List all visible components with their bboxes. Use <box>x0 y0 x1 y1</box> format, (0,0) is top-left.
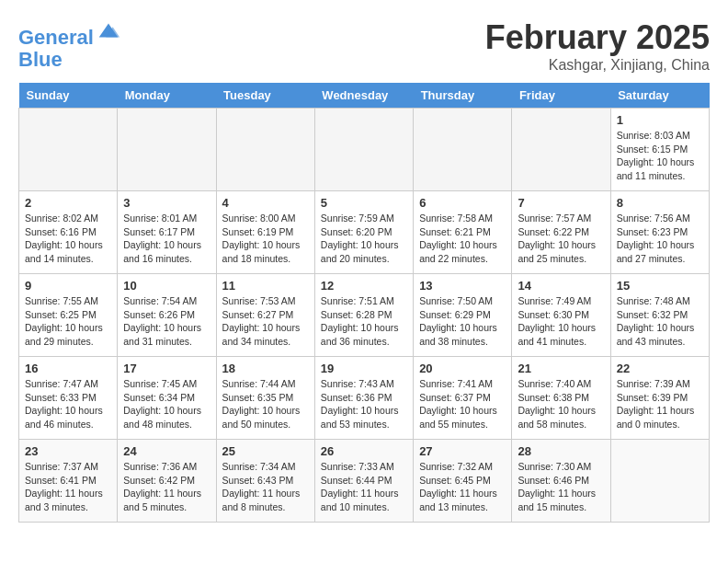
day-info: Sunrise: 7:45 AM Sunset: 6:34 PM Dayligh… <box>123 377 210 431</box>
day-number: 19 <box>321 362 407 375</box>
day-info: Sunrise: 7:58 AM Sunset: 6:21 PM Dayligh… <box>419 212 506 266</box>
day-number: 28 <box>518 444 604 458</box>
day-info: Sunrise: 7:56 AM Sunset: 6:23 PM Dayligh… <box>617 212 703 266</box>
day-cell: 6Sunrise: 7:58 AM Sunset: 6:21 PM Daylig… <box>414 191 512 274</box>
day-number: 12 <box>321 279 407 293</box>
day-cell: 27Sunrise: 7:32 AM Sunset: 6:45 PM Dayli… <box>414 440 512 523</box>
day-cell: 4Sunrise: 8:00 AM Sunset: 6:19 PM Daylig… <box>216 191 314 274</box>
day-number: 7 <box>518 196 604 210</box>
week-row-4: 23Sunrise: 7:37 AM Sunset: 6:41 PM Dayli… <box>19 440 710 523</box>
day-info: Sunrise: 7:55 AM Sunset: 6:25 PM Dayligh… <box>25 294 111 349</box>
day-cell <box>610 440 709 523</box>
day-number: 4 <box>222 196 309 210</box>
day-cell: 13Sunrise: 7:50 AM Sunset: 6:29 PM Dayli… <box>414 274 512 357</box>
weekday-header-friday: Friday <box>512 83 610 109</box>
day-cell: 7Sunrise: 7:57 AM Sunset: 6:22 PM Daylig… <box>512 191 610 274</box>
day-info: Sunrise: 7:41 AM Sunset: 6:37 PM Dayligh… <box>419 377 506 431</box>
day-number: 21 <box>518 362 604 375</box>
day-cell: 20Sunrise: 7:41 AM Sunset: 6:37 PM Dayli… <box>414 357 512 440</box>
day-info: Sunrise: 7:37 AM Sunset: 6:41 PM Dayligh… <box>25 460 111 514</box>
day-number: 10 <box>123 279 210 293</box>
day-info: Sunrise: 7:43 AM Sunset: 6:36 PM Dayligh… <box>321 377 407 431</box>
day-cell <box>512 109 610 191</box>
day-info: Sunrise: 7:53 AM Sunset: 6:27 PM Dayligh… <box>222 294 309 349</box>
day-number: 1 <box>617 113 703 127</box>
weekday-header-monday: Monday <box>118 83 216 109</box>
day-cell: 9Sunrise: 7:55 AM Sunset: 6:25 PM Daylig… <box>19 274 118 357</box>
day-info: Sunrise: 8:02 AM Sunset: 6:16 PM Dayligh… <box>25 212 111 266</box>
weekday-header-thursday: Thursday <box>414 83 512 109</box>
weekday-header-sunday: Sunday <box>19 83 118 109</box>
day-number: 24 <box>123 444 210 458</box>
day-info: Sunrise: 8:01 AM Sunset: 6:17 PM Dayligh… <box>123 212 210 266</box>
day-info: Sunrise: 7:30 AM Sunset: 6:46 PM Dayligh… <box>518 460 604 514</box>
day-cell: 25Sunrise: 7:34 AM Sunset: 6:43 PM Dayli… <box>216 440 314 523</box>
title-block: February 2025 Kashgar, Xinjiang, China <box>485 18 710 74</box>
day-cell: 1Sunrise: 8:03 AM Sunset: 6:15 PM Daylig… <box>610 109 709 191</box>
weekday-header-wednesday: Wednesday <box>314 83 413 109</box>
day-info: Sunrise: 7:59 AM Sunset: 6:20 PM Dayligh… <box>321 212 407 266</box>
location: Kashgar, Xinjiang, China <box>485 57 710 74</box>
logo-line2: Blue <box>18 49 121 71</box>
day-number: 9 <box>25 279 111 293</box>
day-number: 18 <box>222 362 309 375</box>
day-cell: 15Sunrise: 7:48 AM Sunset: 6:32 PM Dayli… <box>610 274 709 357</box>
week-row-2: 9Sunrise: 7:55 AM Sunset: 6:25 PM Daylig… <box>19 274 710 357</box>
week-row-3: 16Sunrise: 7:47 AM Sunset: 6:33 PM Dayli… <box>19 357 710 440</box>
day-cell: 26Sunrise: 7:33 AM Sunset: 6:44 PM Dayli… <box>314 440 413 523</box>
day-info: Sunrise: 8:00 AM Sunset: 6:19 PM Dayligh… <box>222 212 309 266</box>
day-cell: 21Sunrise: 7:40 AM Sunset: 6:38 PM Dayli… <box>512 357 610 440</box>
logo-icon <box>96 18 121 44</box>
weekday-header-row: SundayMondayTuesdayWednesdayThursdayFrid… <box>19 83 710 109</box>
day-number: 20 <box>419 362 506 375</box>
day-cell: 14Sunrise: 7:49 AM Sunset: 6:30 PM Dayli… <box>512 274 610 357</box>
day-info: Sunrise: 8:03 AM Sunset: 6:15 PM Dayligh… <box>617 129 703 183</box>
day-number: 26 <box>321 444 407 458</box>
day-cell: 2Sunrise: 8:02 AM Sunset: 6:16 PM Daylig… <box>19 191 118 274</box>
day-cell: 5Sunrise: 7:59 AM Sunset: 6:20 PM Daylig… <box>314 191 413 274</box>
day-cell: 24Sunrise: 7:36 AM Sunset: 6:42 PM Dayli… <box>118 440 216 523</box>
calendar-table: SundayMondayTuesdayWednesdayThursdayFrid… <box>18 83 710 523</box>
week-row-0: 1Sunrise: 8:03 AM Sunset: 6:15 PM Daylig… <box>19 109 710 191</box>
day-info: Sunrise: 7:50 AM Sunset: 6:29 PM Dayligh… <box>419 294 506 349</box>
day-number: 5 <box>321 196 407 210</box>
day-cell <box>118 109 216 191</box>
day-cell: 22Sunrise: 7:39 AM Sunset: 6:39 PM Dayli… <box>610 357 709 440</box>
day-number: 22 <box>617 362 703 375</box>
logo-line1: General <box>18 26 94 49</box>
day-info: Sunrise: 7:36 AM Sunset: 6:42 PM Dayligh… <box>123 460 210 514</box>
day-number: 3 <box>123 196 210 210</box>
weekday-header-saturday: Saturday <box>610 83 709 109</box>
day-info: Sunrise: 7:33 AM Sunset: 6:44 PM Dayligh… <box>321 460 407 514</box>
weekday-header-tuesday: Tuesday <box>216 83 314 109</box>
month-title: February 2025 <box>485 18 710 57</box>
day-info: Sunrise: 7:39 AM Sunset: 6:39 PM Dayligh… <box>617 377 703 431</box>
day-cell <box>314 109 413 191</box>
week-row-1: 2Sunrise: 8:02 AM Sunset: 6:16 PM Daylig… <box>19 191 710 274</box>
day-info: Sunrise: 7:57 AM Sunset: 6:22 PM Dayligh… <box>518 212 604 266</box>
day-cell: 17Sunrise: 7:45 AM Sunset: 6:34 PM Dayli… <box>118 357 216 440</box>
day-number: 6 <box>419 196 506 210</box>
day-number: 15 <box>617 279 703 293</box>
day-number: 2 <box>25 196 111 210</box>
day-number: 17 <box>123 362 210 375</box>
day-info: Sunrise: 7:51 AM Sunset: 6:28 PM Dayligh… <box>321 294 407 349</box>
day-cell <box>19 109 118 191</box>
day-info: Sunrise: 7:32 AM Sunset: 6:45 PM Dayligh… <box>419 460 506 514</box>
day-number: 16 <box>25 362 111 375</box>
day-cell: 10Sunrise: 7:54 AM Sunset: 6:26 PM Dayli… <box>118 274 216 357</box>
day-number: 23 <box>25 444 111 458</box>
day-info: Sunrise: 7:48 AM Sunset: 6:32 PM Dayligh… <box>617 294 703 349</box>
day-cell: 28Sunrise: 7:30 AM Sunset: 6:46 PM Dayli… <box>512 440 610 523</box>
day-info: Sunrise: 7:49 AM Sunset: 6:30 PM Dayligh… <box>518 294 604 349</box>
day-cell <box>414 109 512 191</box>
logo-text: General <box>18 18 121 49</box>
day-cell: 8Sunrise: 7:56 AM Sunset: 6:23 PM Daylig… <box>610 191 709 274</box>
day-info: Sunrise: 7:44 AM Sunset: 6:35 PM Dayligh… <box>222 377 309 431</box>
day-info: Sunrise: 7:34 AM Sunset: 6:43 PM Dayligh… <box>222 460 309 514</box>
day-cell: 11Sunrise: 7:53 AM Sunset: 6:27 PM Dayli… <box>216 274 314 357</box>
day-cell: 12Sunrise: 7:51 AM Sunset: 6:28 PM Dayli… <box>314 274 413 357</box>
day-number: 25 <box>222 444 309 458</box>
day-cell <box>216 109 314 191</box>
day-cell: 19Sunrise: 7:43 AM Sunset: 6:36 PM Dayli… <box>314 357 413 440</box>
